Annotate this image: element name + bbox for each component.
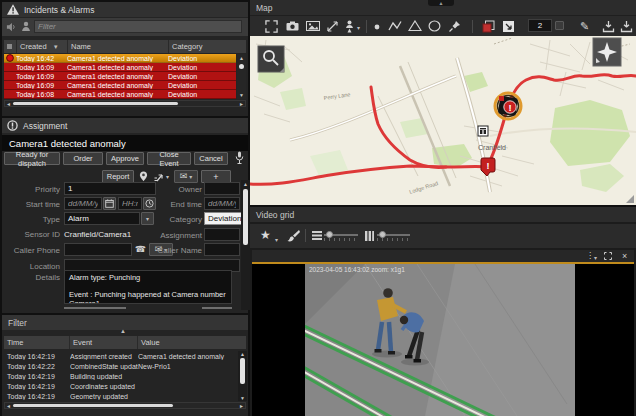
map-collapse-tab[interactable]: ▲ xyxy=(428,0,454,6)
download-icon[interactable] xyxy=(620,20,633,33)
line-width-input[interactable] xyxy=(528,19,552,32)
measure-icon[interactable] xyxy=(326,20,339,33)
alarm-row[interactable]: Today 16:08 Camera1 detected anomaly Dev… xyxy=(4,90,236,99)
assignment-field-input[interactable] xyxy=(204,228,240,241)
category-value: Deviation xyxy=(208,214,241,223)
svg-text:!: ! xyxy=(487,161,490,171)
event-row[interactable]: Today 16:42:19 Geometry updated xyxy=(4,391,236,401)
draw-polyline-icon[interactable] xyxy=(388,20,402,32)
camera-icon[interactable] xyxy=(286,21,299,31)
draw-point-icon[interactable] xyxy=(374,24,380,30)
find-location-icon[interactable] xyxy=(344,20,355,33)
alarm-row[interactable]: Today 16:42 Camera1 detected anomaly Dev… xyxy=(4,54,236,63)
event-row[interactable]: Today 16:42:19 Coordinates updated xyxy=(4,381,236,391)
draw-ellipse-icon[interactable] xyxy=(428,20,441,32)
cell-menu-caret[interactable]: ▾ xyxy=(594,254,597,261)
event-row[interactable]: Today 16:42:19 Assignment created Camera… xyxy=(4,351,236,361)
map-compass-button[interactable] xyxy=(593,38,621,66)
favorites-caret[interactable]: ▾ xyxy=(275,236,278,243)
video-cell-titlebar[interactable]: ⋮ ▾ × xyxy=(252,250,634,262)
ready-for-dispatch-button[interactable]: Ready for dispatch xyxy=(4,152,60,165)
building-map-icon[interactable] xyxy=(478,126,488,136)
person-icon[interactable] xyxy=(21,21,31,32)
fit-screen-icon[interactable] xyxy=(265,20,278,33)
alarm-name: Camera1 detected anomaly xyxy=(67,73,168,80)
import-icon[interactable] xyxy=(602,20,615,33)
column-header-name[interactable]: Name xyxy=(68,40,169,53)
event-value: New-Prio1 xyxy=(138,363,234,370)
email-dropdown-caret: ▾ xyxy=(189,173,192,180)
video-timestamp-overlay: 2023-04-05 16:43:02 zoom: x1g1 xyxy=(309,266,405,274)
video-frame[interactable]: 2023-04-05 16:43:02 zoom: x1g1 xyxy=(252,264,634,416)
columns-slider-knob[interactable] xyxy=(379,231,386,238)
type-value: Alarm xyxy=(68,214,89,223)
event-filter-title: Filter xyxy=(8,318,27,328)
sound-icon[interactable] xyxy=(6,22,17,32)
send-dropdown-caret: ▾ xyxy=(166,173,169,180)
alarm-row[interactable]: Today 16:09 Camera1 detected anomaly Dev… xyxy=(4,72,236,81)
alarm-row[interactable]: Today 16:09 Camera1 detected anomaly Dev… xyxy=(4,81,236,90)
layers-icon[interactable] xyxy=(482,20,495,33)
type-select[interactable]: Alarm xyxy=(64,212,140,225)
favorites-star-icon[interactable]: ★ xyxy=(260,229,271,242)
rows-slider-knob[interactable] xyxy=(326,231,333,238)
map-canvas[interactable]: Cranfield Perry Lane Lodge Road ! xyxy=(250,36,636,205)
column-header-category[interactable]: Category xyxy=(169,40,246,53)
microphone-icon[interactable] xyxy=(235,151,244,165)
pencil-icon[interactable]: ✎ xyxy=(580,20,589,32)
approve-button[interactable]: Approve xyxy=(106,152,144,165)
incidents-table-header: Created ▼ Name Category xyxy=(4,40,246,53)
column-header-time[interactable]: Time xyxy=(4,336,70,349)
cell-menu-kebab-icon[interactable]: ⋮ xyxy=(586,251,594,261)
caller-phone-input[interactable] xyxy=(64,243,132,256)
application-window: Incidents & Alarms Created ▼ Name Catego… xyxy=(0,0,636,416)
start-date-input[interactable] xyxy=(64,197,102,210)
event-time: Today 16:42:19 xyxy=(4,393,70,400)
collapse-caret-icon[interactable]: ▲ xyxy=(120,328,126,334)
start-clock-input[interactable] xyxy=(118,197,142,210)
cancel-button[interactable]: Cancel xyxy=(194,152,228,165)
video-toolbar: ★ ▾ xyxy=(250,224,636,248)
category-input[interactable]: Deviation xyxy=(204,212,244,225)
event-row[interactable]: Today 16:42:19 Building updated xyxy=(4,371,236,381)
paintbrush-icon[interactable] xyxy=(286,229,300,242)
alarm-list-vertical-scrollbar[interactable]: ▲ ▼ xyxy=(237,54,246,99)
column-header-created[interactable]: Created ▼ xyxy=(17,40,68,53)
cell-close-icon[interactable]: × xyxy=(622,250,627,262)
email-icon[interactable]: ✉ ▾ xyxy=(174,170,198,183)
form-vertical-scrollbar[interactable]: ▲ xyxy=(241,180,250,310)
details-line2: Event : Punching happened at Camera numb… xyxy=(69,290,227,304)
event-list-horizontal-scrollbar[interactable]: ◄ ► xyxy=(4,402,246,409)
assignment-header: Assignment xyxy=(2,118,248,133)
column-header-value[interactable]: Value xyxy=(138,336,246,349)
details-textarea[interactable]: Alarm type: Punching Event : Punching ha… xyxy=(64,270,232,304)
map-panel: Map ▲ ▾ xyxy=(250,0,636,205)
caller-phone-label: Caller Phone xyxy=(4,246,60,255)
alarm-list-horizontal-scrollbar[interactable]: ◄ ► xyxy=(4,100,246,107)
map-town-label: Cranfield xyxy=(478,144,506,151)
column-header-event[interactable]: Event xyxy=(70,336,138,349)
pushpin-icon[interactable] xyxy=(448,20,461,33)
snapshot-icon[interactable] xyxy=(306,21,320,31)
details-horizontal-scrollbar[interactable] xyxy=(64,307,232,310)
export-image-icon[interactable] xyxy=(502,20,515,33)
line-width-button[interactable] xyxy=(555,21,564,30)
owner-input[interactable] xyxy=(204,182,240,195)
alarm-category: Deviation xyxy=(168,73,234,80)
find-location-caret[interactable]: ▾ xyxy=(357,24,360,31)
row-indicator-column-header[interactable] xyxy=(4,40,17,53)
alarm-filter-input[interactable] xyxy=(34,20,242,33)
caller-name-input[interactable] xyxy=(204,243,240,256)
event-row[interactable]: Today 16:42:22 CombinedState updat... Ne… xyxy=(4,361,236,371)
close-event-button[interactable]: Close Event xyxy=(147,152,191,165)
draw-polygon-icon[interactable] xyxy=(408,20,422,32)
video-grid-title: Video grid xyxy=(256,210,294,220)
order-button[interactable]: Order xyxy=(63,152,103,165)
event-list-vertical-scrollbar[interactable]: ▲ ▼ xyxy=(238,351,247,401)
cell-maximize-icon[interactable] xyxy=(604,252,612,260)
alarm-name: Camera1 detected anomaly xyxy=(67,82,168,89)
end-date-input[interactable] xyxy=(204,197,240,210)
alarm-row[interactable]: Today 16:09 Camera1 detected anomaly Dev… xyxy=(4,63,236,72)
map-search-button[interactable] xyxy=(258,46,284,72)
calendar-icon[interactable] xyxy=(103,197,116,210)
